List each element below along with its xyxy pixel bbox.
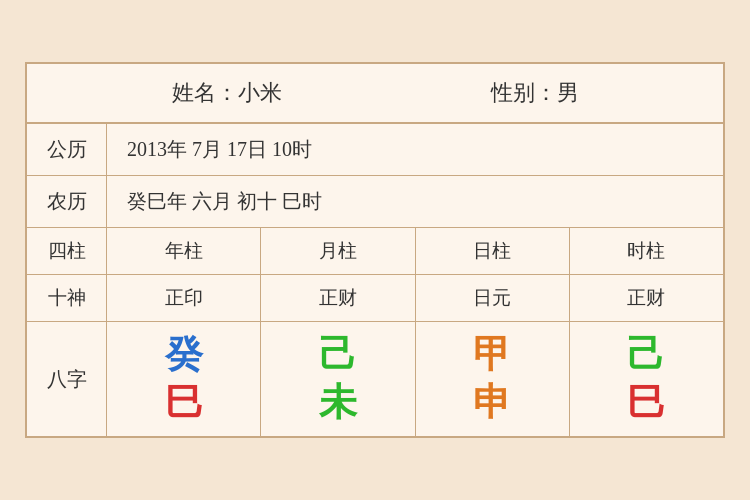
sijhu-header-row: 四柱 年柱 月柱 日柱 时柱	[27, 228, 723, 275]
gregorian-row: 公历 2013年 7月 17日 10时	[27, 124, 723, 176]
gregorian-label: 公历	[27, 124, 107, 175]
gregorian-value: 2013年 7月 17日 10时	[107, 126, 723, 173]
bazi-nian-top: 癸	[165, 334, 203, 376]
shishen-yue: 正财	[261, 275, 415, 321]
lunar-label: 农历	[27, 176, 107, 227]
bazi-ri-top: 甲	[473, 334, 511, 376]
shishen-row: 十神 正印 正财 日元 正财	[27, 275, 723, 322]
bazi-nian-bottom: 巳	[165, 382, 203, 424]
col-shi: 时柱	[570, 228, 723, 274]
col-nian: 年柱	[107, 228, 261, 274]
lunar-value: 癸巳年 六月 初十 巳时	[107, 178, 723, 225]
sijhu-label: 四柱	[27, 228, 107, 274]
shishen-label: 十神	[27, 275, 107, 321]
gender-label: 性别：男	[491, 78, 579, 108]
bazi-yue-top: 己	[319, 334, 357, 376]
shishen-ri: 日元	[416, 275, 570, 321]
bazi-shi-bottom: 巳	[627, 382, 665, 424]
bazi-label: 八字	[27, 322, 107, 436]
bazi-ri-bottom: 申	[473, 382, 511, 424]
bazi-shi-top: 己	[627, 334, 665, 376]
col-ri: 日柱	[416, 228, 570, 274]
main-table: 姓名：小米 性别：男 公历 2013年 7月 17日 10时 农历 癸巳年 六月…	[25, 62, 725, 438]
bazi-col-ri: 甲 申	[416, 322, 570, 436]
bazi-col-yue: 己 未	[261, 322, 415, 436]
lunar-row: 农历 癸巳年 六月 初十 巳时	[27, 176, 723, 228]
header-row: 姓名：小米 性别：男	[27, 64, 723, 124]
col-yue: 月柱	[261, 228, 415, 274]
bazi-row: 八字 癸 巳 己 未 甲 申 己 巳	[27, 322, 723, 436]
bazi-col-nian: 癸 巳	[107, 322, 261, 436]
shishen-nian: 正印	[107, 275, 261, 321]
bazi-yue-bottom: 未	[319, 382, 357, 424]
bazi-col-shi: 己 巳	[570, 322, 723, 436]
shishen-shi: 正财	[570, 275, 723, 321]
name-label: 姓名：小米	[172, 78, 282, 108]
